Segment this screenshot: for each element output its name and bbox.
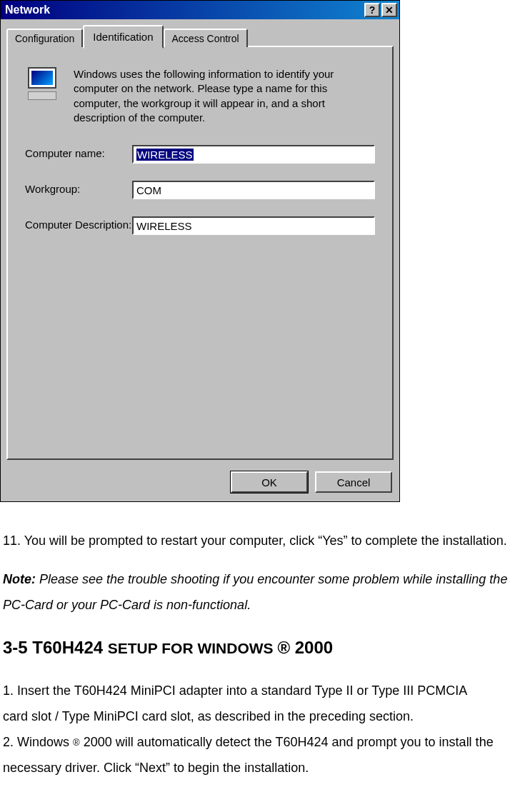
close-icon: ✕: [385, 4, 394, 16]
computer-name-label: Computer name:: [25, 145, 132, 159]
step-2-line-b: necessary driver. Click “Next” to begin …: [3, 755, 527, 781]
workgroup-value: COM: [136, 184, 161, 196]
computer-icon: [25, 67, 61, 101]
document-body: 11. You will be prompted to restart your…: [0, 502, 530, 793]
step-2-line-a: 2. Windows ® 2000 will automatically det…: [3, 729, 527, 755]
help-button[interactable]: ?: [364, 3, 380, 17]
network-dialog: Network ? ✕ Configuration Identification…: [0, 0, 400, 502]
note-paragraph: Note: Please see the trouble shooting if…: [3, 566, 527, 618]
ok-button[interactable]: OK: [231, 471, 308, 493]
cancel-button[interactable]: Cancel: [315, 471, 392, 493]
note-label: Note:: [3, 572, 36, 586]
tab-access-control[interactable]: Access Control: [164, 29, 248, 47]
titlebar: Network ? ✕: [1, 1, 399, 19]
step-1-line-a: 1. Insert the T60H424 MiniPCI adapter in…: [3, 678, 527, 703]
section-heading: 3-5 T60H424 SETUP FOR WINDOWS ® 2000: [3, 631, 527, 665]
window-title: Network: [5, 4, 364, 16]
computer-description-input[interactable]: WIRELESS: [132, 216, 375, 235]
tab-configuration[interactable]: Configuration: [6, 29, 83, 47]
computer-description-value: WIRELESS: [136, 220, 192, 232]
computer-name-value: WIRELESS: [136, 149, 194, 161]
workgroup-input[interactable]: COM: [132, 181, 375, 199]
identification-panel: Windows uses the following information t…: [6, 46, 394, 460]
step-11: 11. You will be prompted to restart your…: [3, 528, 527, 553]
close-button[interactable]: ✕: [381, 3, 397, 17]
workgroup-label: Workgroup:: [25, 181, 132, 195]
computer-description-label: Computer Description:: [25, 216, 132, 231]
step-1-line-b: card slot / Type MiniPCI card slot, as d…: [3, 703, 527, 729]
computer-name-input[interactable]: WIRELESS: [132, 145, 375, 164]
panel-description: Windows uses the following information t…: [74, 67, 375, 125]
note-text: Please see the trouble shooting if you e…: [3, 572, 507, 612]
tab-identification[interactable]: Identification: [83, 25, 163, 49]
dialog-button-row: OK Cancel: [1, 464, 399, 501]
tab-strip: Configuration Identification Access Cont…: [6, 25, 394, 47]
